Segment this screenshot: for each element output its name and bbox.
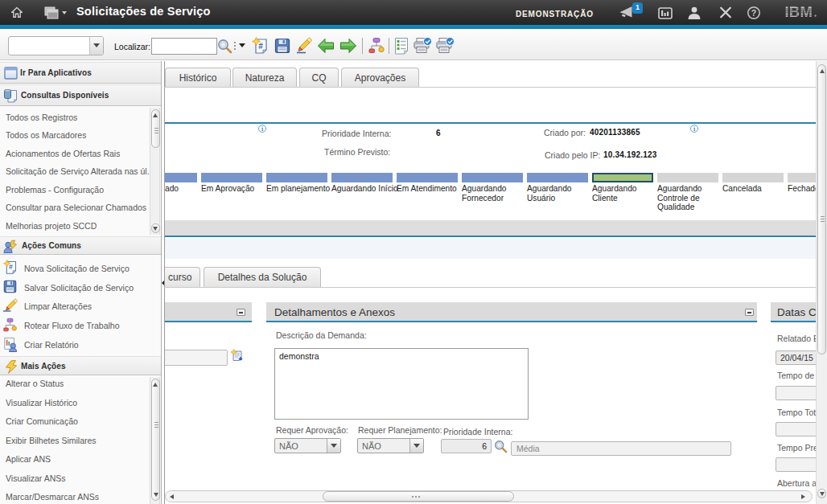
svg-text:#: # xyxy=(258,42,263,51)
svg-text:?: ? xyxy=(751,8,756,18)
svg-text:#: # xyxy=(9,263,13,271)
